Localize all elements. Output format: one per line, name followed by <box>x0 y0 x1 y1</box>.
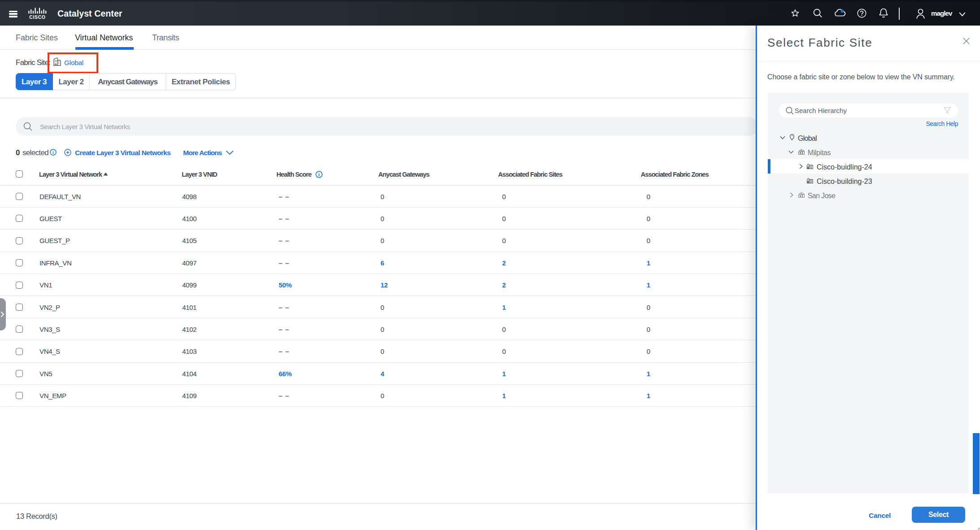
svg-text:CISCO: CISCO <box>29 14 45 19</box>
